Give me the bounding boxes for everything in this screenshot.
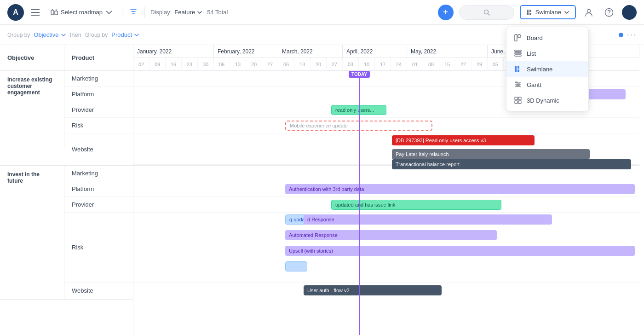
- week-cell: 16: [166, 58, 182, 71]
- group-by-objective-button[interactable]: Objective: [34, 31, 66, 38]
- week-cell: 17: [375, 58, 391, 71]
- dropdown-item-swimlane[interactable]: Swimlane: [506, 61, 588, 77]
- swimlane-icon: [526, 9, 533, 16]
- display-value: Feature: [174, 9, 195, 16]
- objective-name-1: Increase existing customer engagement: [7, 76, 57, 96]
- then-label: then: [70, 31, 81, 38]
- group-by-product-button[interactable]: Product: [111, 31, 139, 38]
- chevron-down-icon3: [564, 10, 569, 15]
- week-cell: 20: [310, 58, 327, 71]
- group-by-label1: Group by: [7, 32, 30, 38]
- list-item: Platform: [64, 87, 133, 102]
- svg-rect-26: [515, 97, 518, 100]
- week-cell: 06: [214, 58, 230, 71]
- svg-rect-13: [518, 35, 520, 38]
- product-name: Platform: [64, 181, 133, 196]
- product-name: Platform: [64, 87, 133, 102]
- gantt-icon: [514, 81, 522, 89]
- week-cell: 30: [198, 58, 214, 71]
- user-icon: [584, 8, 593, 17]
- filter-button[interactable]: [128, 6, 139, 18]
- list-item: Risk: [64, 118, 133, 133]
- search-icon: [483, 9, 490, 16]
- gantt-row-website-2: User auth - flow v2: [133, 283, 639, 298]
- left-panel: Objective Product Increase existing cust…: [0, 45, 133, 335]
- select-roadmap-button[interactable]: Select roadmap: [47, 7, 116, 18]
- svg-rect-16: [515, 55, 521, 56]
- search-button[interactable]: [459, 5, 514, 20]
- user-button[interactable]: [581, 5, 596, 20]
- gantt-row-risk-2: g updated d Response Automated Response …: [133, 213, 639, 283]
- display-label: Display:: [150, 9, 172, 16]
- week-cell: 23: [182, 58, 198, 71]
- column-headers: Objective Product: [0, 45, 133, 71]
- svg-rect-19: [518, 69, 519, 72]
- list-icon: [514, 49, 522, 58]
- gantt-bar[interactable]: Automated Response: [285, 230, 497, 240]
- dropdown-label-board: Board: [527, 35, 543, 41]
- hamburger-button[interactable]: [29, 7, 41, 17]
- month-cell: January, 2022: [133, 45, 214, 58]
- svg-rect-24: [517, 84, 520, 85]
- week-cell: 03: [343, 58, 359, 71]
- week-cell: 20: [246, 58, 262, 71]
- gantt-row-risk-1: Mobile experience update: [133, 118, 639, 133]
- week-cell: 01: [407, 58, 423, 71]
- gantt-bar[interactable]: updated and has issue link: [331, 200, 501, 210]
- svg-rect-0: [51, 10, 54, 15]
- week-cell: 13: [230, 58, 246, 71]
- svg-rect-17: [515, 66, 517, 72]
- gantt-bar[interactable]: [285, 261, 307, 271]
- svg-rect-15: [515, 52, 521, 54]
- dropdown-item-board[interactable]: Board: [506, 30, 588, 46]
- more-options-button[interactable]: ···: [627, 30, 637, 40]
- week-cell: 06: [278, 58, 294, 71]
- header-divider2: [144, 7, 145, 18]
- svg-rect-27: [518, 97, 521, 100]
- svg-rect-7: [529, 10, 531, 12]
- gantt-bar[interactable]: [DB-297393] Read only users access v3: [392, 135, 535, 145]
- gantt-bar[interactable]: User auth - flow v2: [304, 285, 442, 295]
- month-cell: February, 2022: [214, 45, 278, 58]
- product-name: Marketing: [64, 71, 133, 86]
- svg-rect-1: [55, 11, 58, 15]
- week-cell: 05: [488, 58, 504, 71]
- today-badge: TODAY: [349, 71, 370, 78]
- help-icon: [604, 8, 614, 17]
- dropdown-label-list: List: [527, 50, 536, 57]
- filter-icon: [130, 8, 137, 15]
- help-button[interactable]: [602, 5, 616, 20]
- product-column-header: Product: [64, 45, 133, 70]
- display-feature-button[interactable]: Feature: [174, 9, 202, 16]
- product-rows-2: Marketing Platform Provider Risk Website: [64, 166, 133, 299]
- gantt-bar[interactable]: Upsell (with stories): [285, 246, 635, 256]
- svg-rect-8: [529, 13, 531, 15]
- avatar-button[interactable]: [622, 5, 637, 20]
- dropdown-label-gantt: Gantt: [527, 81, 541, 88]
- list-item: Website: [64, 283, 133, 298]
- product-name: Risk: [64, 118, 133, 133]
- 3d-icon: [514, 96, 522, 104]
- objective-column-header: Objective: [0, 45, 64, 70]
- add-button[interactable]: +: [438, 5, 454, 20]
- gantt-row-platform-2: Authentication with 3rd party data: [133, 181, 639, 197]
- week-cell: 24: [391, 58, 407, 71]
- week-cell: 22: [455, 58, 472, 71]
- swimlane-dropdown-button[interactable]: Swimlane: [520, 5, 576, 19]
- svg-point-9: [587, 9, 591, 12]
- gantt-bar[interactable]: d Response: [304, 214, 552, 225]
- group-by-objective-label: Objective: [34, 31, 58, 38]
- gantt-bar[interactable]: Authentication with 3rd party data: [285, 184, 635, 194]
- dropdown-item-list[interactable]: List: [506, 46, 588, 61]
- dropdown-item-gantt[interactable]: Gantt: [506, 77, 588, 92]
- dropdown-item-3d[interactable]: 3D Dynamic: [506, 92, 588, 108]
- today-line: TODAY: [359, 71, 360, 335]
- svg-rect-25: [516, 86, 520, 87]
- roadmap-icon: [51, 9, 58, 16]
- list-item: Platform: [64, 181, 133, 197]
- chevron-down-icon2: [197, 10, 202, 15]
- product-name: Marketing: [64, 166, 133, 181]
- board-icon: [514, 34, 522, 42]
- select-roadmap-label: Select roadmap: [61, 9, 103, 16]
- gantt-bar[interactable]: Pay Later Italy relaunch: [392, 149, 590, 159]
